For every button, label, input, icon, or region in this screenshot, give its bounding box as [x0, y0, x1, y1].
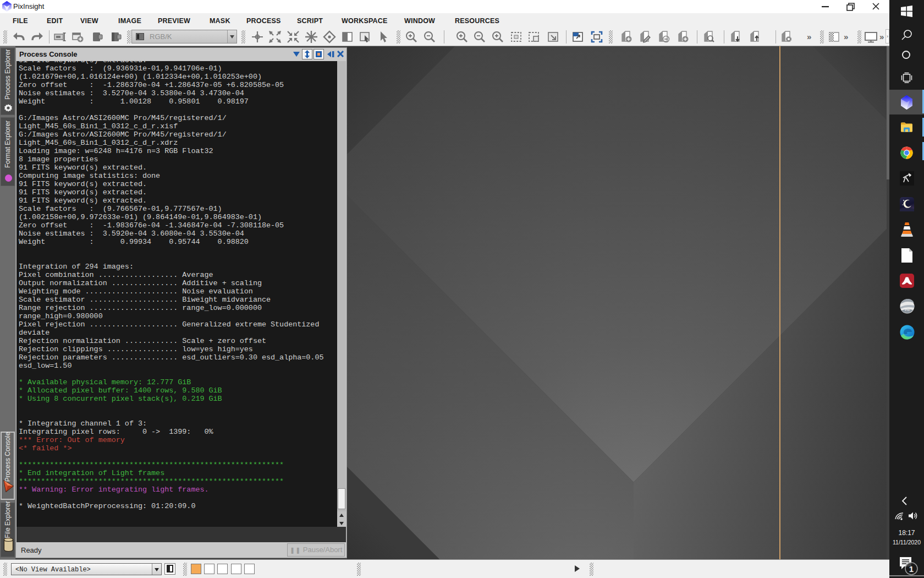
- svg-text:»: »: [844, 32, 848, 41]
- svg-text:»: »: [879, 32, 884, 41]
- svg-text:»: »: [807, 32, 811, 41]
- svg-text:1: 1: [909, 564, 914, 574]
- svg-text:Pro: Pro: [905, 308, 910, 312]
